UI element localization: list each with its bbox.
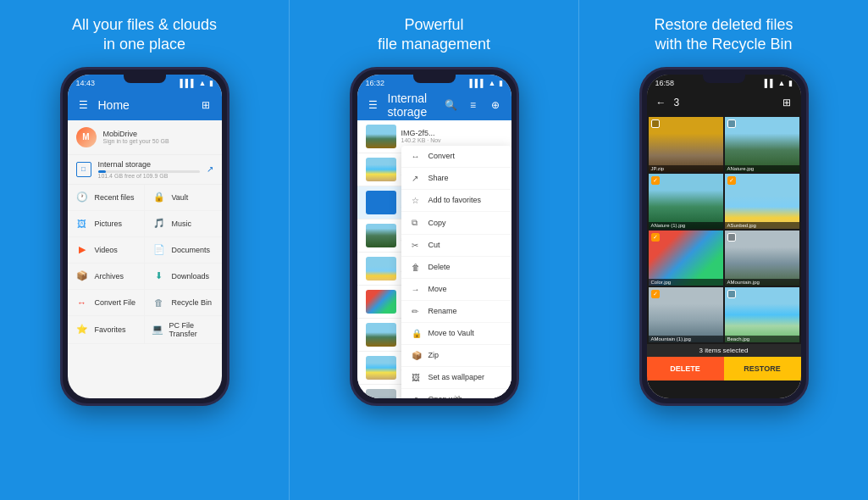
gallery-label-4: Color.jpg: [649, 279, 723, 286]
search-icon[interactable]: 🔍: [444, 97, 459, 113]
selection-bar: 3 items selected: [647, 344, 801, 357]
phone-screen-3: 16:58 ▌▌ ▲ ▮ ← 3 ⊞: [647, 75, 801, 398]
delete-button[interactable]: DELETE: [647, 357, 724, 381]
checkbox-4[interactable]: ✓: [651, 233, 660, 242]
context-menu: ↔ Convert ↗ Share ☆ Add to favorites ⧉ C…: [401, 146, 511, 398]
recycle-label: Recycle Bin: [172, 298, 213, 307]
ctx-copy[interactable]: ⧉ Copy: [401, 212, 511, 235]
checkbox-1[interactable]: [727, 119, 736, 128]
convert-item[interactable]: ↔ Convert File: [68, 290, 145, 316]
music-item[interactable]: 🎵 Music: [145, 211, 222, 237]
pictures-item[interactable]: 🖼 Pictures: [68, 211, 145, 237]
internal-storage-item[interactable]: □ Internal storage 101.4 GB free of 109.…: [68, 155, 222, 185]
storage-name: Internal storage: [98, 160, 200, 169]
vault-item[interactable]: 🔒 Vault: [145, 185, 222, 211]
music-label: Music: [172, 219, 192, 228]
gallery-img-1: [725, 117, 799, 172]
ctx-zip-label: Zip: [428, 351, 440, 359]
gallery-cell-5[interactable]: AMountain.jpg: [725, 231, 799, 286]
downloads-item[interactable]: ⬇ Downloads: [145, 264, 222, 290]
gallery-img-7: [725, 287, 799, 342]
mobidrive-sub: Sign in to get your 50 GB: [103, 138, 169, 144]
ctx-share-label: Share: [428, 174, 449, 182]
restore-button[interactable]: RESTORE: [724, 357, 801, 381]
panel3-title: Restore deleted files with the Recycle B…: [654, 15, 793, 55]
app-bar-1: ☰ Home ⊞: [68, 90, 222, 120]
gallery-cell-1[interactable]: ANature.jpg: [725, 117, 799, 172]
checkbox-5[interactable]: [727, 233, 736, 242]
vault-ctx-icon: 🔒: [412, 329, 422, 338]
gallery-label-1: ANature.jpg: [725, 165, 799, 172]
gallery-cell-7[interactable]: Beach.jpg: [725, 287, 799, 342]
ctx-copy-label: Copy: [428, 219, 446, 227]
ctx-openwith[interactable]: ↗ Open with: [401, 389, 511, 398]
pc-transfer-item[interactable]: 💻 PC File Transfer: [145, 316, 222, 344]
recent-files-item[interactable]: 🕐 Recent files: [68, 185, 145, 211]
recycle-bin-item[interactable]: 🗑 Recycle Bin: [145, 290, 222, 316]
checkbox-7[interactable]: [727, 290, 736, 298]
phone-screen-2: 16:32 ▌▌▌ ▲ ▮ ☰ Internal storage 🔍 ≡ ⊕: [357, 75, 511, 398]
file-thumb-5: [366, 290, 396, 314]
gallery-cell-0[interactable]: JP.zip: [649, 117, 723, 172]
sort-icon[interactable]: ≡: [466, 97, 481, 113]
gallery-screen: 16:58 ▌▌ ▲ ▮ ← 3 ⊞: [647, 75, 801, 398]
gallery-cell-2[interactable]: ✓ ANature (1).jpg: [649, 174, 723, 229]
menu-icon-2[interactable]: ☰: [366, 97, 381, 113]
recent-icon: 🕐: [75, 190, 90, 205]
documents-item[interactable]: 📄 Documents: [145, 237, 222, 264]
videos-item[interactable]: ▶ Videos: [68, 237, 145, 264]
ctx-rename[interactable]: ✏ Rename: [401, 301, 511, 323]
phone-2: 16:32 ▌▌▌ ▲ ▮ ☰ Internal storage 🔍 ≡ ⊕: [350, 67, 519, 406]
ctx-cut-label: Cut: [428, 241, 440, 249]
ctx-convert[interactable]: ↔ Convert: [401, 146, 511, 168]
status-icons-1: ▌▌▌ ▲ ▮: [180, 79, 213, 87]
file-thumb-4: [366, 257, 396, 281]
gallery-cell-3[interactable]: ✓ ASunbed.jpg: [725, 174, 799, 229]
phone-notch-3: [703, 75, 745, 83]
share-ctx-icon: ↗: [412, 174, 422, 183]
signal-icon: ▌▌▌: [180, 79, 196, 87]
ctx-zip[interactable]: 📦 Zip: [401, 345, 511, 367]
ctx-favorites[interactable]: ☆ Add to favorites: [401, 190, 511, 212]
checkbox-0[interactable]: [651, 119, 660, 128]
pictures-icon: 🖼: [75, 216, 90, 231]
ctx-vault[interactable]: 🔒 Move to Vault: [401, 323, 511, 345]
signal-icon-2: ▌▌▌: [469, 79, 485, 87]
grid-icon[interactable]: ⊞: [198, 97, 213, 113]
convert-ctx-icon: ↔: [412, 152, 422, 161]
menu-icon[interactable]: ☰: [76, 97, 91, 113]
move-ctx-icon: →: [412, 285, 422, 294]
gallery-grid-icon[interactable]: ⊞: [779, 95, 794, 110]
file-thumb-8: [366, 389, 396, 398]
status-icons-3: ▌▌ ▲ ▮: [765, 79, 793, 87]
share-icon[interactable]: ↗: [207, 164, 213, 174]
ctx-cut[interactable]: ✂ Cut: [401, 235, 511, 257]
checkbox-6[interactable]: ✓: [651, 290, 660, 298]
recent-label: Recent files: [95, 193, 135, 202]
phone-screen-1: 14:43 ▌▌▌ ▲ ▮ ☰ Home ⊞ M MobiDrive Sign …: [68, 75, 222, 398]
file-meta-0: 140.2 KB · Nov: [401, 137, 503, 143]
gallery-img-2: [649, 174, 723, 229]
checkbox-3[interactable]: ✓: [727, 176, 736, 185]
add-icon[interactable]: ⊕: [488, 97, 503, 113]
mobidrive-info: MobiDrive Sign in to get your 50 GB: [103, 130, 169, 144]
favorites-item[interactable]: ⭐ Favorites: [68, 316, 145, 344]
panel2-title: Powerful file management: [378, 15, 490, 55]
gallery-cell-6[interactable]: ✓ AMountain (1).jpg: [649, 287, 723, 342]
mobidrive-item[interactable]: M MobiDrive Sign in to get your 50 GB: [68, 120, 222, 155]
wallpaper-ctx-icon: 🖼: [412, 373, 422, 382]
checkbox-2[interactable]: ✓: [651, 176, 660, 185]
gallery-cell-4[interactable]: ✓ Color.jpg: [649, 231, 723, 286]
ctx-move[interactable]: → Move: [401, 279, 511, 301]
archives-item[interactable]: 📦 Archives: [68, 264, 145, 290]
file-name-0: IMG-2f5...: [401, 129, 503, 137]
back-icon[interactable]: ←: [654, 95, 669, 110]
ctx-wallpaper[interactable]: 🖼 Set as wallpaper: [401, 367, 511, 389]
ctx-delete[interactable]: 🗑 Delete: [401, 257, 511, 279]
battery-icon: ▮: [209, 79, 213, 87]
ctx-share[interactable]: ↗ Share: [401, 168, 511, 190]
archives-icon: 📦: [75, 269, 90, 284]
favorites-icon: ⭐: [75, 322, 90, 337]
downloads-icon: ⬇: [152, 269, 167, 284]
zip-ctx-icon: 📦: [412, 351, 422, 360]
